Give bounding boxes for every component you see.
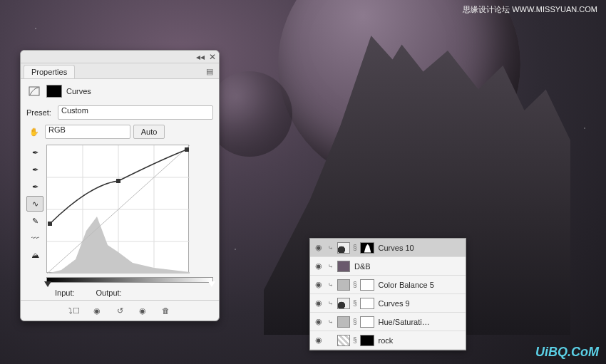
layer-name[interactable]: Hue/Saturati… [377,318,463,326]
hand-tool-icon[interactable]: ✋ [26,124,42,140]
svg-rect-0 [29,87,39,95]
toggle-visibility-icon[interactable]: ◉ [133,303,153,318]
channel-select[interactable]: RGB [45,125,130,139]
adjustment-title: Curves [66,87,91,95]
visibility-eye-icon[interactable]: ◉ [313,280,324,289]
clip-indicator: ⤷ [327,263,334,270]
watermark-bottom: UiBQ.CoM [535,345,599,360]
input-black-white-slider[interactable] [46,277,213,286]
layer-name[interactable]: Curves 10 [377,244,463,252]
link-icon[interactable]: § [353,318,357,326]
panel-footer: ⤵☐ ◉ ↺ ◉ 🗑 [21,300,219,321]
clip-to-layer-icon[interactable]: ⤵☐ [64,303,84,318]
layer-row-0[interactable]: ◉⤷§Curves 10 [310,239,466,257]
input-label: Input: [55,288,75,297]
adjustment-thumb[interactable] [337,242,350,254]
mask-thumb-icon[interactable] [46,85,62,98]
visibility-eye-icon[interactable]: ◉ [313,336,324,345]
output-label: Output: [96,288,122,297]
visibility-eye-icon[interactable]: ◉ [313,317,324,326]
clip-indicator: ⤷ [327,318,334,326]
clip-histogram-icon[interactable]: ⛰ [26,247,43,263]
link-icon[interactable]: § [353,299,357,307]
curves-adj-icon[interactable] [26,83,42,99]
layer-name[interactable]: D&B [353,262,463,271]
reset-icon[interactable]: ↺ [110,303,130,318]
background-planet-small [207,71,292,157]
layers-panel: ◉⤷§Curves 10◉⤷D&B◉⤷§Color Balance 5◉⤷§Cu… [309,238,466,350]
channel-row: ✋ RGB Auto [21,122,219,142]
collapse-icon[interactable]: ◂◂ [196,52,205,62]
watermark-top: 思缘设计论坛 WWW.MISSYUAN.COM [463,4,597,15]
layer-row-5[interactable]: ◉§rock [310,331,466,350]
preset-row: Preset: Custom [21,103,219,122]
group-thumb[interactable] [337,335,350,346]
layer-mask-thumb[interactable] [360,316,374,328]
link-icon[interactable]: § [353,244,357,251]
clip-indicator: ⤷ [327,244,334,251]
layer-row-4[interactable]: ◉⤷§Hue/Saturati… [310,313,466,331]
clip-indicator: ⤷ [327,300,334,307]
svg-rect-10 [116,179,120,183]
adjustment-thumb[interactable] [337,261,350,272]
visibility-eye-icon[interactable]: ◉ [313,243,324,252]
auto-button[interactable]: Auto [133,125,165,139]
eyedropper-white-icon[interactable]: ✒ [26,179,43,194]
io-labels: Input: Output: [21,287,219,300]
preset-select[interactable]: Custom [58,105,213,120]
layer-mask-thumb[interactable] [360,279,374,291]
close-icon[interactable]: ✕ [209,52,216,62]
layer-row-3[interactable]: ◉⤷§Curves 9 [310,294,466,313]
eyedropper-black-icon[interactable]: ✒ [26,145,43,160]
properties-panel: ◂◂ ✕ Properties ▤ Curves Preset: Custom … [20,50,220,321]
visibility-eye-icon[interactable]: ◉ [313,261,324,271]
panel-menu-icon[interactable]: ▤ [203,67,216,76]
panel-tabs: Properties ▤ [21,63,219,79]
layer-mask-thumb[interactable] [360,335,374,346]
tab-properties[interactable]: Properties [24,65,75,78]
adjustment-header: Curves [21,79,219,103]
clip-indicator: ⤷ [327,281,334,288]
link-icon[interactable]: § [353,336,357,344]
layer-name[interactable]: rock [377,336,463,345]
eyedropper-gray-icon[interactable]: ✒ [26,162,43,177]
curve-tools: ✒ ✒ ✒ ∿ ✎ 〰 ⛰ [26,145,43,273]
adjustment-thumb[interactable] [337,298,350,309]
delete-icon[interactable]: 🗑 [155,303,175,318]
preset-label: Preset: [26,108,55,117]
link-icon[interactable]: § [353,281,357,288]
svg-rect-11 [185,147,189,152]
adjustment-thumb[interactable] [337,316,350,328]
adjustment-thumb[interactable] [337,279,350,291]
curve-editor[interactable] [46,145,189,273]
svg-rect-9 [48,222,52,226]
layer-mask-thumb[interactable] [360,298,374,309]
point-curve-tool-icon[interactable]: ∿ [26,196,43,212]
layer-name[interactable]: Curves 9 [377,299,463,308]
pencil-curve-tool-icon[interactable]: ✎ [26,213,43,229]
layer-mask-thumb[interactable] [360,242,374,254]
layer-name[interactable]: Color Balance 5 [377,281,463,289]
smooth-tool-icon[interactable]: 〰 [26,230,43,246]
view-previous-icon[interactable]: ◉ [87,303,107,318]
visibility-eye-icon[interactable]: ◉ [313,298,324,308]
panel-header[interactable]: ◂◂ ✕ [21,51,219,63]
layer-row-1[interactable]: ◉⤷D&B [310,257,466,276]
layer-row-2[interactable]: ◉⤷§Color Balance 5 [310,276,466,294]
